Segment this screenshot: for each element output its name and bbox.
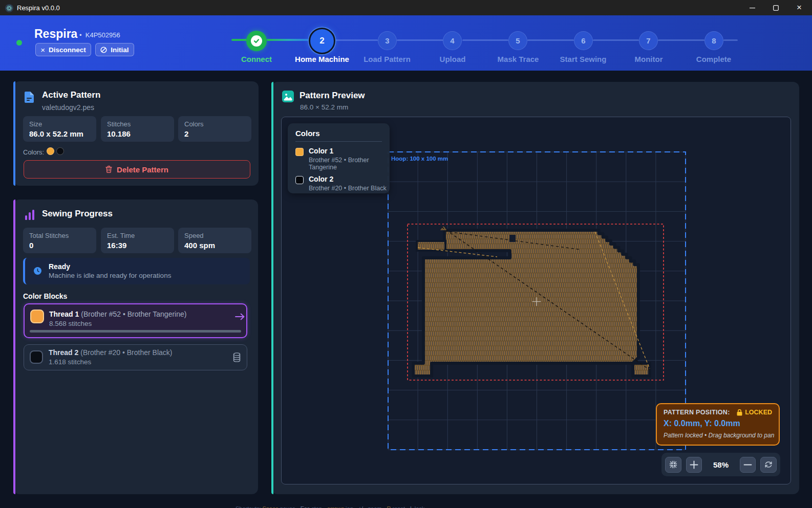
svg-text:Hoop: 100 x 100 mm: Hoop: 100 x 100 mm [391, 156, 448, 162]
